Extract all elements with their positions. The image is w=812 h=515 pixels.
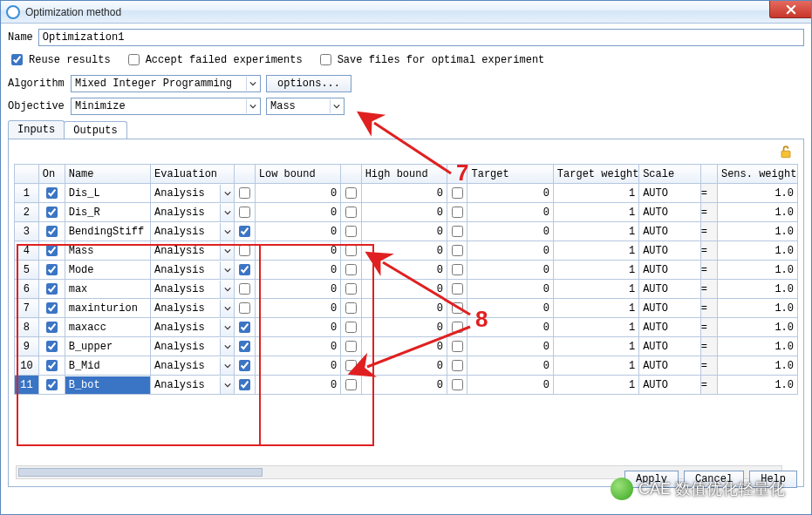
lowbound-enable[interactable] — [235, 356, 256, 376]
target-enable[interactable] — [447, 222, 467, 241]
lowbound-cell[interactable]: 0 — [255, 222, 340, 241]
lowbound-cell[interactable]: 0 — [255, 318, 340, 337]
row-index[interactable]: 11 — [15, 376, 39, 395]
targetweight-cell[interactable]: 1 — [553, 241, 638, 261]
target-enable[interactable] — [447, 299, 467, 318]
highbound-cell[interactable]: 0 — [361, 241, 447, 261]
targetweight-cell[interactable]: 1 — [553, 318, 638, 337]
row-index[interactable]: 4 — [15, 241, 39, 261]
on-checkbox[interactable] — [46, 341, 58, 352]
unlock-icon[interactable] — [777, 143, 795, 160]
on-cell[interactable] — [38, 318, 65, 337]
target-enable[interactable] — [447, 318, 467, 337]
on-checkbox[interactable] — [46, 379, 58, 390]
scale-cell[interactable]: AUTO — [639, 203, 701, 222]
table-row[interactable]: 2Dis_RAnalysis0001AUTO=1.0 — [15, 203, 798, 222]
row-index[interactable]: 9 — [15, 337, 39, 356]
highbound-cell[interactable]: 0 — [361, 299, 447, 318]
highbound-checkbox[interactable] — [345, 283, 357, 295]
evaluation-cell[interactable]: Analysis — [151, 376, 235, 395]
name-cell[interactable]: B_Mid — [65, 356, 150, 376]
evaluation-cell[interactable]: Analysis — [151, 241, 235, 261]
name-cell[interactable]: maxacc — [65, 318, 150, 337]
sensweight-cell[interactable]: 1.0 — [717, 222, 797, 241]
col-scale[interactable]: Scale — [639, 165, 701, 184]
targetweight-cell[interactable]: 1 — [553, 184, 638, 203]
table-row[interactable]: 3BendingStiffAnalysis0001AUTO=1.0 — [15, 222, 798, 241]
row-index[interactable]: 3 — [15, 222, 39, 241]
target-checkbox[interactable] — [452, 226, 463, 237]
name-cell[interactable]: Dis_L — [65, 184, 150, 203]
evaluation-cell[interactable]: Analysis — [151, 184, 235, 203]
sensweight-cell[interactable]: 1.0 — [717, 356, 797, 376]
highbound-checkbox[interactable] — [345, 207, 357, 218]
scale-cell[interactable]: AUTO — [639, 261, 701, 280]
highbound-checkbox[interactable] — [345, 360, 357, 371]
evaluation-cell[interactable]: Analysis — [151, 356, 235, 376]
highbound-checkbox[interactable] — [345, 302, 357, 314]
scale-cell[interactable]: AUTO — [639, 376, 701, 395]
target-checkbox[interactable] — [452, 264, 463, 275]
targetweight-cell[interactable]: 1 — [553, 222, 638, 241]
table-row[interactable]: 4MassAnalysis0001AUTO=1.0 — [15, 241, 798, 261]
lowbound-cell[interactable]: 0 — [255, 184, 340, 203]
lowbound-enable[interactable] — [235, 241, 256, 261]
savefiles-checkbox[interactable] — [320, 54, 331, 65]
targetweight-cell[interactable]: 1 — [553, 376, 638, 395]
col-idx[interactable] — [15, 165, 39, 184]
lowbound-checkbox[interactable] — [239, 360, 250, 371]
name-cell[interactable]: max — [65, 280, 150, 299]
on-cell[interactable] — [38, 280, 65, 299]
target-enable[interactable] — [447, 241, 467, 261]
lowbound-cell[interactable]: 0 — [255, 261, 340, 280]
highbound-checkbox[interactable] — [345, 322, 357, 333]
lowbound-enable[interactable] — [235, 318, 256, 337]
lowbound-enable[interactable] — [235, 299, 256, 318]
lowbound-checkbox[interactable] — [239, 302, 250, 314]
highbound-cell[interactable]: 0 — [361, 280, 447, 299]
target-checkbox[interactable] — [452, 207, 463, 218]
evaluation-cell[interactable]: Analysis — [151, 203, 235, 222]
target-cell[interactable]: 0 — [467, 337, 553, 356]
lowbound-enable[interactable] — [235, 337, 256, 356]
lowbound-enable[interactable] — [235, 184, 256, 203]
highbound-cell[interactable]: 0 — [361, 222, 447, 241]
targetweight-cell[interactable]: 1 — [553, 280, 638, 299]
algorithm-combo[interactable]: Mixed Integer Programming — [71, 75, 261, 92]
target-cell[interactable]: 0 — [467, 203, 553, 222]
lowbound-cell[interactable]: 0 — [255, 356, 340, 376]
evaluation-cell[interactable]: Analysis — [151, 318, 235, 337]
highbound-checkbox[interactable] — [345, 245, 357, 256]
name-cell[interactable]: Dis_R — [65, 203, 150, 222]
target-cell[interactable]: 0 — [467, 356, 553, 376]
highbound-enable[interactable] — [341, 280, 362, 299]
table-row[interactable]: 8maxaccAnalysis0001AUTO=1.0 — [15, 318, 798, 337]
on-checkbox[interactable] — [46, 226, 58, 237]
on-cell[interactable] — [38, 376, 65, 395]
sensweight-cell[interactable]: 1.0 — [717, 337, 797, 356]
col-t-ck[interactable] — [447, 165, 467, 184]
name-cell[interactable]: maxinturion — [65, 299, 150, 318]
target-cell[interactable]: 0 — [467, 241, 553, 261]
scale-cell[interactable]: AUTO — [639, 356, 701, 376]
sensweight-cell[interactable]: 1.0 — [717, 280, 797, 299]
table-row[interactable]: 5ModeAnalysis0001AUTO=1.0 — [15, 261, 798, 280]
name-cell[interactable]: Mass — [65, 241, 150, 261]
sensweight-cell[interactable]: 1.0 — [717, 318, 797, 337]
on-checkbox[interactable] — [46, 283, 58, 295]
scale-cell[interactable]: AUTO — [639, 241, 701, 261]
on-checkbox[interactable] — [46, 360, 58, 371]
sensweight-cell[interactable]: 1.0 — [717, 184, 797, 203]
scale-cell[interactable]: AUTO — [639, 318, 701, 337]
target-enable[interactable] — [447, 203, 467, 222]
target-cell[interactable]: 0 — [467, 184, 553, 203]
target-checkbox[interactable] — [452, 341, 463, 352]
on-checkbox[interactable] — [46, 245, 58, 256]
row-index[interactable]: 1 — [15, 184, 39, 203]
target-checkbox[interactable] — [452, 322, 463, 333]
tab-outputs[interactable]: Outputs — [64, 121, 126, 139]
lowbound-checkbox[interactable] — [239, 322, 250, 333]
save-files[interactable]: Save files for optimal experiment — [317, 51, 545, 68]
lowbound-enable[interactable] — [235, 280, 256, 299]
target-cell[interactable]: 0 — [467, 376, 553, 395]
